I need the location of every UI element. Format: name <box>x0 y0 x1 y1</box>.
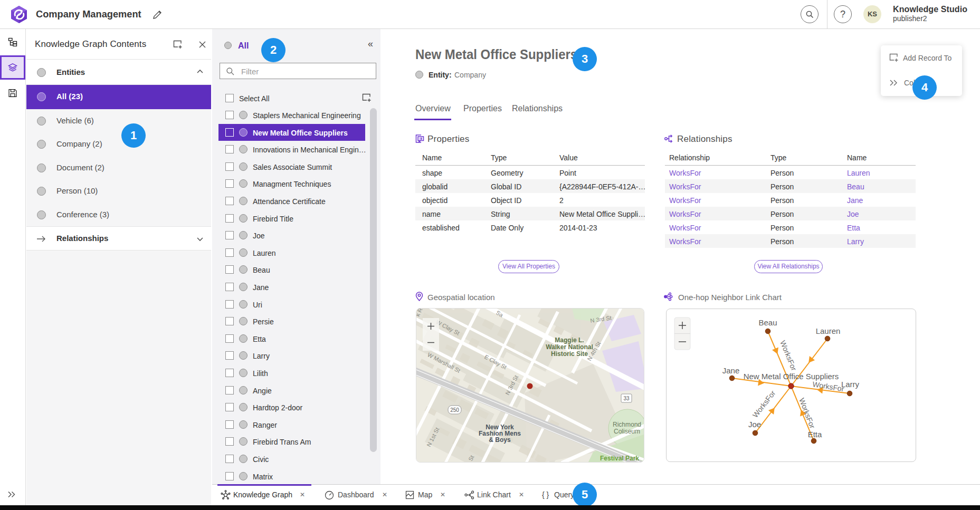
svg-text:WorksFor: WorksFor <box>797 397 817 429</box>
svg-text:Walker National: Walker National <box>546 343 593 351</box>
svg-text:33: 33 <box>623 396 630 401</box>
svg-text:Beau: Beau <box>758 318 777 327</box>
svg-text:Jane: Jane <box>722 366 740 375</box>
svg-text:WorksFor: WorksFor <box>751 389 777 419</box>
svg-text:Festival Park: Festival Park <box>600 455 639 462</box>
svg-text:250: 250 <box>450 407 459 413</box>
svg-text:& Boys: & Boys <box>489 436 511 444</box>
svg-text:Historic Site: Historic Site <box>551 350 588 358</box>
svg-text:WorksFor: WorksFor <box>778 339 798 372</box>
svg-text:New Metal Office Suppliers: New Metal Office Suppliers <box>744 372 839 381</box>
svg-text:Joe: Joe <box>748 420 761 429</box>
svg-text:Coliseum: Coliseum <box>614 428 640 435</box>
svg-text:Maggie L.: Maggie L. <box>555 336 584 344</box>
svg-text:Richmond: Richmond <box>613 421 641 428</box>
svg-text:Etta: Etta <box>808 430 822 439</box>
svg-text:Lauren: Lauren <box>816 326 841 335</box>
